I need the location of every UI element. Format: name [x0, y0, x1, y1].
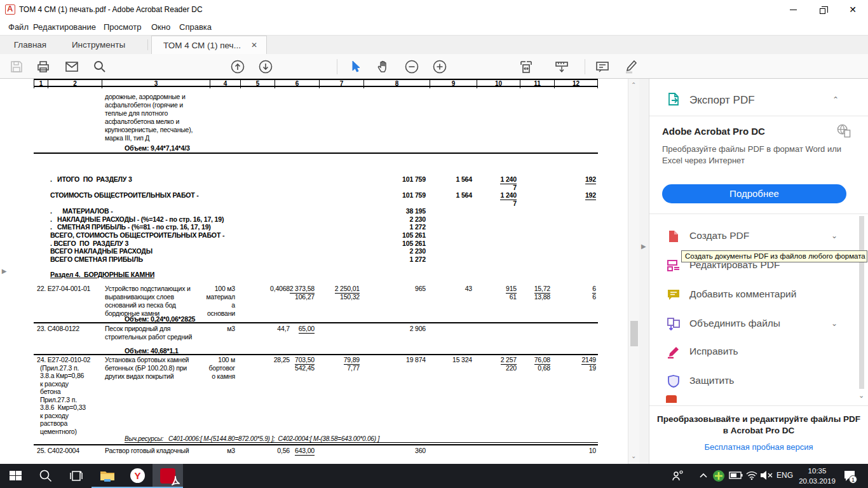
- total-value: 192: [585, 191, 596, 200]
- total-label: . СМЕТНАЯ ПРИБЫЛЬ - (%=81 - по стр. 16, …: [50, 223, 211, 231]
- redact-icon: [666, 344, 681, 360]
- nav-pane-handle[interactable]: ▶: [0, 264, 8, 279]
- vertical-scrollbar[interactable]: ⌃ ⌄: [628, 79, 639, 464]
- desc-line: теплые для плотного: [105, 109, 168, 118]
- row-value: 76,08: [534, 356, 550, 365]
- taskbar-search-icon[interactable]: [31, 464, 61, 488]
- date: 20.03.2019: [797, 476, 837, 486]
- panel-scroll-down-icon[interactable]: ⌄: [858, 391, 864, 400]
- menu-help[interactable]: Справка: [179, 22, 212, 32]
- total-label: . ИТОГО ПО РАЗДЕЛУ 3: [50, 175, 132, 184]
- row-value: 6: [592, 285, 596, 294]
- col-header: 5: [240, 80, 275, 88]
- col-header: 10: [477, 80, 520, 88]
- learn-more-button[interactable]: Подробнее: [662, 184, 846, 203]
- total-value: 105 261: [402, 231, 426, 240]
- save-icon[interactable]: [9, 59, 24, 74]
- tools-panel: Экспорт PDF ⌃ Adobe Acrobat Pro DC Преоб…: [649, 79, 868, 464]
- zoom-out-icon[interactable]: [404, 59, 419, 74]
- chevron-down-icon[interactable]: ⌄: [831, 319, 837, 328]
- row-desc: оснований из песка бод: [105, 301, 176, 309]
- tab-home[interactable]: Главная: [0, 36, 60, 54]
- acrobat-taskbar-icon[interactable]: [153, 464, 183, 488]
- scrolling-mode-icon[interactable]: [554, 59, 569, 74]
- zoom-in-icon[interactable]: [432, 59, 447, 74]
- row-desc: Раствор готовый кладочный: [105, 447, 189, 455]
- row-value: 6: [592, 293, 596, 301]
- row-value: 106,27: [295, 293, 315, 301]
- free-trial-link[interactable]: Бесплатная пробная версия: [649, 442, 868, 452]
- row-value: 19: [589, 364, 596, 372]
- tab-tools[interactable]: Инструменты: [60, 36, 137, 54]
- col-header: 1: [34, 80, 48, 88]
- email-icon[interactable]: [64, 59, 79, 74]
- tab-close-icon[interactable]: ✕: [251, 36, 257, 55]
- next-page-icon[interactable]: [258, 59, 273, 74]
- row-value: 7,77: [347, 364, 360, 372]
- col-header: 6: [275, 80, 319, 88]
- close-button[interactable]: ✕: [838, 0, 867, 19]
- print-icon[interactable]: [36, 59, 51, 74]
- minimize-button[interactable]: [778, 0, 808, 19]
- start-button[interactable]: [0, 464, 31, 488]
- scroll-down-icon[interactable]: ⌄: [631, 452, 636, 459]
- select-tool-icon[interactable]: [348, 59, 363, 74]
- scrollbar-thumb[interactable]: [630, 321, 638, 346]
- chevron-up-icon[interactable]: ⌃: [832, 95, 839, 104]
- tray-chevron-up-icon[interactable]: [699, 471, 708, 483]
- window-title: ТОМ 4 СМ (1) печать.pdf - Adobe Acrobat …: [19, 5, 203, 14]
- scroll-up-icon[interactable]: ⌃: [631, 81, 636, 88]
- file-explorer-icon[interactable]: [92, 464, 122, 488]
- battery-icon[interactable]: [729, 471, 743, 482]
- search-icon[interactable]: [92, 59, 107, 74]
- row-value: 965: [415, 285, 426, 293]
- language-indicator[interactable]: ENG: [776, 471, 793, 480]
- yandex-browser-icon[interactable]: Y: [122, 464, 153, 488]
- export-pdf-icon: [666, 92, 681, 107]
- row-unit: 100 м3: [215, 285, 235, 293]
- row-unit: материал: [207, 293, 235, 301]
- people-icon[interactable]: [671, 469, 685, 485]
- main-toolbar: / 20 75,5% ▼ ▼ Общий доступ: [0, 54, 868, 79]
- col-header: 4: [210, 80, 240, 88]
- add-comment-icon: [666, 287, 681, 302]
- col-header: 3: [102, 80, 210, 88]
- panel-collapse-icon[interactable]: ▶: [641, 243, 646, 250]
- clock[interactable]: 10:35 20.03.2019: [797, 466, 837, 486]
- comment-icon[interactable]: [595, 59, 610, 74]
- wifi-icon[interactable]: [745, 470, 758, 483]
- total-value: 7: [513, 200, 517, 208]
- row-value: 10: [589, 447, 596, 455]
- menu-window[interactable]: Окно: [151, 22, 170, 32]
- panel-splitter[interactable]: ▶: [639, 79, 649, 464]
- highlighter-icon[interactable]: [623, 59, 638, 74]
- row-desc: других видах покрытий: [105, 372, 173, 381]
- antivirus-icon[interactable]: [712, 470, 725, 485]
- menu-view[interactable]: Просмотр: [104, 22, 141, 32]
- chevron-down-icon[interactable]: ⌄: [831, 231, 837, 240]
- clipped-tool-icon[interactable]: [666, 395, 677, 403]
- row-num-code: бетона: [40, 388, 60, 396]
- fit-width-icon[interactable]: [519, 59, 534, 74]
- menu-file[interactable]: Файл: [8, 22, 29, 32]
- restore-button[interactable]: [808, 0, 837, 19]
- panel-scrollbar-thumb[interactable]: [859, 216, 864, 389]
- promo-title: Adobe Acrobat Pro DC: [662, 126, 765, 137]
- previous-page-icon[interactable]: [230, 59, 245, 74]
- menu-edit[interactable]: Редактирование: [33, 22, 96, 32]
- row-qty: 28,25: [274, 356, 290, 364]
- row-qty: 44,7: [277, 325, 290, 333]
- row-value: 13,88: [534, 293, 550, 301]
- app-window: A ТОМ 4 СМ (1) печать.pdf - Adobe Acroba…: [0, 0, 868, 488]
- tab-bar: Главная Инструменты ТОМ 4 СМ (1) печ... …: [0, 36, 868, 54]
- pdf-page-view: 1 2 3 4 5 6 7 8 9 10 11 12 дорожные, аэр…: [0, 79, 639, 464]
- row-unit: 100 м: [218, 356, 235, 364]
- panel-footer-line1: Преобразовывайте и редактируйте файлы PD…: [656, 414, 862, 424]
- export-pdf-label[interactable]: Экспорт PDF: [689, 94, 755, 107]
- row-value: 360: [415, 447, 426, 455]
- volume-muted-icon[interactable]: [759, 470, 773, 483]
- hand-tool-icon[interactable]: [376, 59, 391, 74]
- taskbar: Y ENG 10:35 20.03.2019 1: [0, 464, 868, 488]
- tab-document[interactable]: ТОМ 4 СМ (1) печ... ✕: [151, 36, 267, 54]
- task-view-icon[interactable]: [61, 464, 92, 488]
